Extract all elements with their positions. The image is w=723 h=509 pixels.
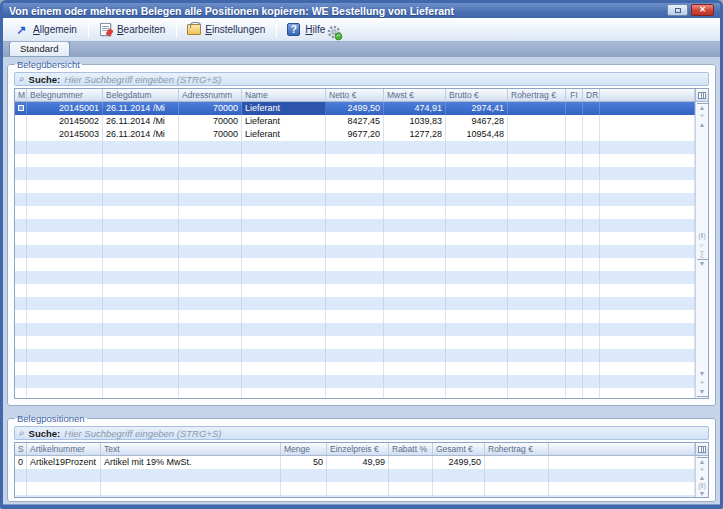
table-cell[interactable] <box>242 193 326 206</box>
table-cell[interactable] <box>600 388 695 398</box>
table-cell[interactable] <box>27 482 101 495</box>
table-cell[interactable] <box>549 482 695 495</box>
table-cell[interactable] <box>327 495 389 497</box>
table-cell[interactable] <box>566 271 583 284</box>
table-cell[interactable] <box>600 375 695 388</box>
table-cell[interactable] <box>600 115 695 128</box>
table-cell[interactable] <box>242 310 326 323</box>
table-cell[interactable] <box>508 297 566 310</box>
table-cell[interactable] <box>600 336 695 349</box>
column-header[interactable]: Text <box>101 443 281 455</box>
table-cell[interactable]: 0 <box>15 456 27 469</box>
table-cell[interactable] <box>101 495 281 497</box>
table-cell[interactable] <box>384 232 446 245</box>
scroll-up-icon[interactable]: ▲ <box>697 121 708 130</box>
table-cell[interactable] <box>583 141 600 154</box>
table-cell[interactable] <box>508 323 566 336</box>
table-cell[interactable] <box>508 375 566 388</box>
table-cell[interactable]: 70000 <box>179 115 242 128</box>
table-cell[interactable] <box>600 154 695 167</box>
table-cell[interactable] <box>103 206 179 219</box>
table-cell[interactable] <box>103 245 179 258</box>
table-cell[interactable] <box>327 469 389 482</box>
column-header[interactable]: Belegdatum <box>103 89 179 101</box>
table-cell[interactable] <box>242 219 326 232</box>
table-cell[interactable] <box>326 362 384 375</box>
table-cell[interactable] <box>242 349 326 362</box>
table-cell[interactable] <box>583 310 600 323</box>
column-header[interactable] <box>549 443 695 455</box>
table-cell[interactable] <box>600 271 695 284</box>
table-row[interactable] <box>15 469 695 482</box>
table-cell[interactable] <box>27 154 103 167</box>
table-cell[interactable] <box>508 115 566 128</box>
table-row[interactable] <box>15 206 695 219</box>
table-cell[interactable]: 70000 <box>179 128 242 141</box>
table-cell[interactable] <box>446 232 508 245</box>
table-cell[interactable]: 1039,83 <box>384 115 446 128</box>
table-cell[interactable] <box>566 141 583 154</box>
table-cell[interactable] <box>384 206 446 219</box>
table-cell[interactable] <box>101 482 281 495</box>
column-header[interactable]: Name <box>242 89 326 101</box>
table-cell[interactable] <box>508 180 566 193</box>
table-cell[interactable] <box>583 232 600 245</box>
table-cell[interactable] <box>600 232 695 245</box>
table-cell[interactable]: 50 <box>281 456 327 469</box>
table-cell[interactable] <box>583 206 600 219</box>
table-cell[interactable] <box>600 167 695 180</box>
table-cell[interactable] <box>27 336 103 349</box>
table-cell[interactable] <box>326 167 384 180</box>
table-cell[interactable] <box>384 375 446 388</box>
table-cell[interactable] <box>15 154 27 167</box>
table-cell[interactable] <box>242 258 326 271</box>
table-cell[interactable] <box>326 193 384 206</box>
table-cell[interactable] <box>27 388 103 398</box>
scroll-up-plus-icon[interactable]: + <box>697 466 708 474</box>
table-row[interactable] <box>15 482 695 495</box>
table-cell[interactable] <box>583 349 600 362</box>
table-row[interactable] <box>15 375 695 388</box>
table-cell[interactable] <box>15 297 27 310</box>
table-cell[interactable] <box>179 206 242 219</box>
table-cell[interactable] <box>326 154 384 167</box>
table-cell[interactable] <box>15 375 27 388</box>
table-cell[interactable] <box>583 154 600 167</box>
table-cell[interactable] <box>326 388 384 398</box>
table-cell[interactable] <box>179 323 242 336</box>
table-row[interactable] <box>15 310 695 323</box>
table-cell[interactable]: 20145001 <box>27 102 103 115</box>
table-row[interactable] <box>15 141 695 154</box>
table-cell[interactable] <box>15 180 27 193</box>
table-cell[interactable]: 2499,50 <box>433 456 485 469</box>
table-cell[interactable] <box>384 154 446 167</box>
table-cell[interactable] <box>508 206 566 219</box>
table-cell[interactable] <box>242 388 326 398</box>
table-cell[interactable] <box>508 232 566 245</box>
table-cell[interactable] <box>600 310 695 323</box>
table-cell[interactable] <box>508 193 566 206</box>
table-cell[interactable] <box>446 180 508 193</box>
table-cell[interactable] <box>326 349 384 362</box>
table-cell[interactable] <box>103 362 179 375</box>
table-cell[interactable] <box>179 388 242 398</box>
table-cell[interactable] <box>600 180 695 193</box>
table-cell[interactable] <box>326 232 384 245</box>
column-header[interactable]: FI <box>566 89 583 101</box>
table-cell[interactable] <box>446 349 508 362</box>
table-cell[interactable]: 2499,50 <box>326 102 384 115</box>
table-cell[interactable] <box>583 284 600 297</box>
table-cell[interactable] <box>27 349 103 362</box>
table-cell[interactable] <box>566 245 583 258</box>
positions-grid-header[interactable]: SArtikelnummerTextMengeEinzelpreis €Raba… <box>15 443 695 456</box>
table-cell[interactable] <box>583 115 600 128</box>
table-cell[interactable] <box>446 167 508 180</box>
table-cell[interactable] <box>433 495 485 497</box>
table-cell[interactable] <box>242 180 326 193</box>
table-cell[interactable] <box>384 336 446 349</box>
table-cell[interactable] <box>446 362 508 375</box>
scroll-down-plus-icon[interactable]: + <box>697 379 708 388</box>
table-cell[interactable]: 20145002 <box>27 115 103 128</box>
column-header[interactable]: Brutto € <box>446 89 508 101</box>
table-cell[interactable] <box>600 128 695 141</box>
